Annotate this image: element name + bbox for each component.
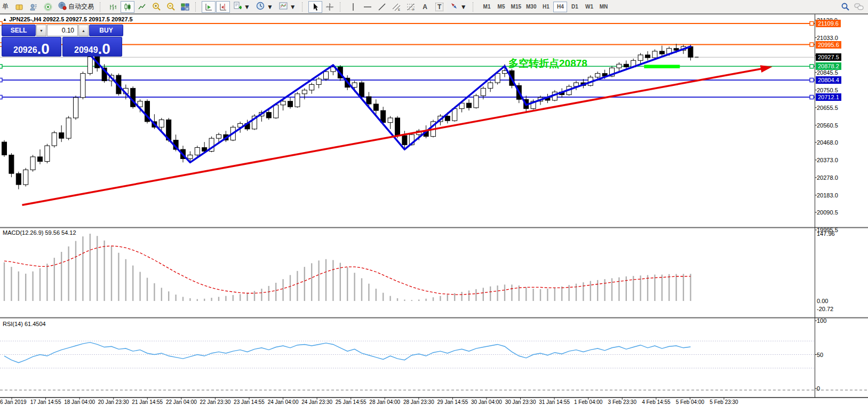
buy-button[interactable]: BUY bbox=[89, 25, 123, 36]
line-right-marker bbox=[810, 65, 814, 68]
profile-button[interactable] bbox=[27, 1, 41, 13]
fibonacci-icon: F bbox=[407, 3, 415, 11]
templates-caret-icon[interactable]: ▼ bbox=[290, 3, 296, 11]
arrows-tool-button[interactable]: ▼ bbox=[447, 1, 469, 13]
rsi-axis-0: 0 bbox=[817, 385, 820, 392]
periods-button[interactable]: ▼ bbox=[253, 1, 276, 13]
timeframe-m30[interactable]: M30 bbox=[524, 2, 538, 12]
time-axis-label: 18 Jan 04:00 bbox=[64, 399, 95, 405]
toolbar: 单 自动交易 bbox=[0, 0, 868, 14]
bar-chart-type-button[interactable] bbox=[106, 1, 120, 13]
new-order-button[interactable] bbox=[12, 1, 26, 13]
bar-chart-icon bbox=[109, 3, 117, 11]
text-label-tool-button[interactable]: T bbox=[433, 1, 447, 13]
line-chart-type-button[interactable] bbox=[135, 1, 149, 13]
candlestick-chart-type-button[interactable] bbox=[121, 1, 134, 13]
auto-trading-icon bbox=[58, 2, 67, 12]
timeframe-h4[interactable]: H4 bbox=[553, 2, 567, 12]
candlestick-icon bbox=[123, 3, 132, 11]
price-axis-label: 20183.0 bbox=[817, 192, 838, 198]
candle-body bbox=[288, 101, 293, 107]
candle-body bbox=[81, 74, 85, 98]
sell-price-box[interactable]: 20926 .0 bbox=[2, 37, 61, 57]
timeframe-w1[interactable]: W1 bbox=[582, 2, 596, 12]
chart-title: ▲ JPN225-,H4 20922.5 20927.5 20917.5 209… bbox=[3, 16, 133, 22]
cursor-tool-button[interactable] bbox=[308, 1, 322, 13]
chart-shift-button[interactable] bbox=[216, 1, 230, 13]
volume-increase-button[interactable]: ▲ bbox=[78, 25, 89, 36]
signal-button[interactable] bbox=[41, 1, 55, 13]
fibonacci-tool-button[interactable]: F bbox=[404, 1, 418, 13]
candle-body bbox=[595, 74, 600, 77]
chart-canvas[interactable] bbox=[0, 14, 868, 413]
line-right-marker bbox=[810, 43, 814, 46]
candle-body bbox=[452, 109, 457, 121]
tile-windows-button[interactable] bbox=[178, 1, 192, 13]
candle-body bbox=[281, 101, 285, 105]
sell-button[interactable]: SELL bbox=[2, 25, 36, 36]
price-badge: 20927.5 bbox=[816, 53, 841, 61]
trade-panel-price-row: 20926 .0 20949 .0 bbox=[2, 37, 122, 57]
candle-body bbox=[495, 74, 500, 83]
zoom-in-button[interactable] bbox=[149, 1, 163, 13]
toolbar-right-group bbox=[838, 1, 866, 13]
templates-button[interactable]: ▼ bbox=[276, 1, 299, 13]
candle-body bbox=[74, 98, 78, 118]
add-indicator-caret-icon[interactable]: ▼ bbox=[244, 3, 250, 11]
time-axis-label: 24 Jan 23:30 bbox=[301, 399, 332, 405]
line-chart-icon bbox=[138, 3, 146, 11]
add-indicator-button[interactable]: ▼ bbox=[230, 1, 253, 13]
crosshair-tool-button[interactable] bbox=[323, 1, 337, 13]
volume-decrease-button[interactable]: ▼ bbox=[36, 25, 46, 36]
timeframe-m15[interactable]: M15 bbox=[509, 2, 523, 12]
price-badge: 20712.1 bbox=[816, 93, 841, 101]
candle-body bbox=[316, 79, 321, 84]
chat-button[interactable] bbox=[852, 1, 866, 13]
horizontal-line-tool-button[interactable] bbox=[361, 1, 375, 13]
arrows-caret-icon[interactable]: ▼ bbox=[460, 3, 467, 11]
trendline-tool-button[interactable] bbox=[375, 1, 389, 13]
channel-tool-button[interactable]: E bbox=[389, 1, 403, 13]
volume-input[interactable] bbox=[47, 25, 78, 36]
timeframe-d1[interactable]: D1 bbox=[568, 2, 582, 12]
zoom-out-button[interactable] bbox=[164, 1, 178, 13]
timeframe-mn[interactable]: MN bbox=[596, 2, 610, 12]
timeframe-h1[interactable]: H1 bbox=[539, 2, 553, 12]
buy-price-box[interactable]: 20949 .0 bbox=[62, 37, 122, 57]
macd-axis-max: 147.96 bbox=[817, 231, 835, 237]
time-axis-label: 20 Jan 23:30 bbox=[98, 399, 129, 405]
macd-axis-zero: 0.00 bbox=[817, 298, 828, 304]
time-axis-label: 30 Jan 23:30 bbox=[505, 399, 536, 405]
collapse-triangle-icon[interactable]: ▲ bbox=[3, 17, 7, 22]
price-badge: 20878.2 bbox=[816, 62, 841, 70]
clipped-menu-label[interactable]: 单 bbox=[2, 2, 9, 11]
vertical-line-icon bbox=[349, 3, 357, 11]
auto-scroll-button[interactable] bbox=[202, 1, 216, 13]
auto-scroll-icon bbox=[204, 3, 213, 11]
new-order-icon bbox=[15, 3, 23, 11]
time-axis-label: 23 Jan 14:55 bbox=[234, 399, 265, 405]
trade-panel-top-row: SELL ▼ ▲ BUY bbox=[2, 25, 122, 36]
text-tool-button[interactable]: A bbox=[418, 1, 432, 13]
price-badge: 20995.6 bbox=[816, 41, 841, 49]
timeframe-m5[interactable]: M5 bbox=[495, 2, 508, 12]
candle-body bbox=[367, 97, 371, 104]
line-right-marker bbox=[810, 96, 814, 99]
candle-body bbox=[638, 55, 643, 60]
time-axis-label: 5 Feb 23:30 bbox=[710, 399, 738, 405]
search-button[interactable] bbox=[838, 1, 852, 13]
highlight-green-bar bbox=[644, 65, 680, 68]
line-right-marker bbox=[810, 22, 814, 26]
time-axis-label: 24 Jan 04:00 bbox=[268, 399, 299, 405]
rsi-axis-50: 50 bbox=[817, 352, 823, 358]
candle-body bbox=[445, 116, 450, 121]
periods-caret-icon[interactable]: ▼ bbox=[267, 3, 273, 11]
timeframe-m1[interactable]: M1 bbox=[480, 2, 494, 12]
price-axis-label: 20845.5 bbox=[817, 69, 838, 76]
auto-trading-button[interactable]: 自动交易 bbox=[55, 1, 97, 13]
vertical-line-tool-button[interactable] bbox=[346, 1, 360, 13]
sell-price-pips: .0 bbox=[37, 43, 50, 55]
candle-body bbox=[159, 120, 164, 127]
chart-annotation: 多空转折点20878 bbox=[508, 57, 587, 70]
line-right-marker bbox=[810, 78, 814, 82]
